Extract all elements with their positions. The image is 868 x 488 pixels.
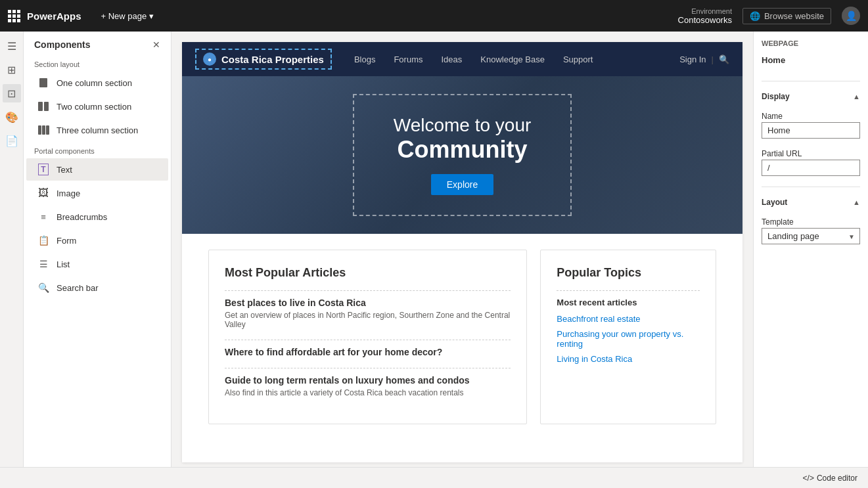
- topics-subtitle: Most recent articles: [557, 298, 700, 307]
- hero-section: Welcome to your Community Explore: [182, 76, 742, 234]
- sidebar-item-one-column[interactable]: One column section: [26, 72, 168, 94]
- new-page-button[interactable]: + New page ▾: [101, 11, 154, 21]
- article-title-0: Best places to live in Costa Rica: [225, 298, 511, 308]
- article-item-0: Best places to live in Costa Rica Get an…: [225, 298, 511, 329]
- display-label: Display: [762, 92, 790, 101]
- sidebar-item-label: Text: [57, 165, 72, 175]
- topics-card-title: Popular Topics: [557, 266, 700, 280]
- site-logo: ● Costa Rica Properties: [195, 49, 332, 70]
- sidebar-item-three-column[interactable]: Three column section: [26, 119, 168, 141]
- layout-section-header: Layout ▲: [762, 198, 860, 207]
- hero-content: Welcome to your Community Explore: [353, 94, 572, 216]
- template-label: Template: [762, 217, 860, 227]
- close-icon[interactable]: ✕: [152, 39, 160, 50]
- name-field-group: Name: [762, 106, 860, 139]
- articles-card-title: Most Popular Articles: [225, 266, 511, 280]
- form-icon: 📋: [37, 234, 50, 247]
- nav-signin: Sign In | 🔍: [679, 55, 729, 64]
- webpage-label: Webpage: [762, 39, 860, 47]
- webpage-frame: ● Costa Rica Properties Blogs Forums Ide…: [182, 42, 742, 462]
- layout-label: Layout: [762, 198, 787, 207]
- sidebar-item-label: List: [57, 259, 70, 269]
- sidebar: Components ✕ Section layout One column s…: [24, 32, 171, 467]
- article-item-2: Guide to long term rentals on luxury hom…: [225, 375, 511, 397]
- name-field-label: Name: [762, 112, 860, 121]
- template-field-group: Template Landing page ▼: [762, 212, 860, 244]
- nav-item-support[interactable]: Support: [554, 42, 603, 76]
- topic-link-2[interactable]: Living in Costa Rica: [557, 354, 700, 364]
- sidebar-item-label: Form: [57, 236, 76, 246]
- sidebar-item-label: Breadcrumbs: [57, 212, 107, 222]
- list-icon: ☰: [37, 257, 50, 271]
- article-title-1: Where to find affordable art for your ho…: [225, 347, 511, 357]
- waffle-icon[interactable]: [8, 10, 20, 22]
- avatar[interactable]: 👤: [842, 7, 860, 25]
- components-icon[interactable]: ⊡: [3, 84, 21, 102]
- hamburger-icon[interactable]: ☰: [3, 37, 21, 55]
- code-editor-button[interactable]: </> Code editor: [803, 474, 857, 483]
- nav-item-blogs[interactable]: Blogs: [345, 42, 385, 76]
- topic-link-1[interactable]: Purchasing your own property vs. renting: [557, 329, 700, 349]
- template-select-container: Landing page ▼: [762, 228, 860, 244]
- partial-url-field-group: Partial URL: [762, 144, 860, 176]
- articles-card: Most Popular Articles Best places to liv…: [208, 250, 527, 424]
- sidebar-header: Components ✕: [24, 32, 171, 55]
- display-chevron-icon[interactable]: ▲: [853, 93, 860, 100]
- left-icon-rail: ☰ ⊞ ⊡ 🎨 📄: [0, 32, 24, 467]
- explore-button[interactable]: Explore: [431, 174, 493, 195]
- hero-title-line2: Community: [394, 136, 532, 164]
- article-desc-2: Also find in this article a variety of C…: [225, 388, 511, 397]
- sidebar-item-text[interactable]: T Text: [26, 158, 168, 181]
- layout-chevron-icon[interactable]: ▲: [853, 198, 860, 206]
- one-column-icon: [37, 76, 50, 89]
- hero-title-line1: Welcome to your: [394, 115, 532, 136]
- name-input[interactable]: [762, 122, 860, 139]
- code-icon: </>: [803, 474, 814, 483]
- content-section: Most Popular Articles Best places to liv…: [182, 234, 742, 440]
- breadcrumbs-icon: ≡: [37, 210, 50, 223]
- sidebar-item-label: Search bar: [57, 283, 99, 293]
- display-section-header: Display ▲: [762, 92, 860, 101]
- right-panel: Webpage Home Display ▲ Name Partial URL …: [753, 32, 868, 467]
- article-desc-0: Get an overview of places in North Pacif…: [225, 311, 511, 329]
- search-icon[interactable]: 🔍: [719, 55, 729, 64]
- nav-item-ideas[interactable]: Ideas: [432, 42, 471, 76]
- template-select[interactable]: Landing page: [762, 228, 860, 244]
- sidebar-item-label: One column section: [57, 78, 132, 88]
- themes-icon[interactable]: 🎨: [3, 108, 21, 126]
- globe-icon: 🌐: [750, 11, 760, 21]
- sidebar-item-two-column[interactable]: Two column section: [26, 95, 168, 118]
- sidebar-item-label: Three column section: [57, 125, 138, 135]
- section-layout-label: Section layout: [24, 55, 171, 71]
- main-layout: ☰ ⊞ ⊡ 🎨 📄 Components ✕ Section layout On…: [0, 32, 868, 467]
- sidebar-item-image[interactable]: 🖼 Image: [26, 182, 168, 204]
- top-bar: PowerApps + New page ▾ Environment Conto…: [0, 0, 868, 32]
- pages-icon[interactable]: ⊞: [3, 60, 21, 79]
- environment-info: Environment Contosoworks: [678, 7, 732, 25]
- browse-website-button[interactable]: 🌐 Browse website: [742, 8, 831, 24]
- sidebar-item-label: Two column section: [57, 102, 131, 112]
- app-name: PowerApps: [27, 11, 81, 22]
- partial-url-input[interactable]: [762, 160, 860, 176]
- topics-card: Popular Topics Most recent articles Beac…: [540, 250, 716, 424]
- top-bar-left: PowerApps + New page ▾: [8, 10, 154, 22]
- sidebar-item-form[interactable]: 📋 Form: [26, 229, 168, 252]
- canvas-area: ● Costa Rica Properties Blogs Forums Ide…: [171, 32, 753, 467]
- article-title-2: Guide to long term rentals on luxury hom…: [225, 375, 511, 386]
- sidebar-item-breadcrumbs[interactable]: ≡ Breadcrumbs: [26, 206, 168, 228]
- portal-components-label: Portal components: [24, 142, 171, 158]
- page-title: Home: [762, 55, 860, 65]
- article-item-1: Where to find affordable art for your ho…: [225, 347, 511, 357]
- top-bar-right: Environment Contosoworks 🌐 Browse websit…: [678, 7, 860, 25]
- topic-link-0[interactable]: Beachfront real estate: [557, 314, 700, 324]
- partial-url-label: Partial URL: [762, 149, 860, 158]
- sidebar-item-label: Image: [57, 189, 80, 198]
- sidebar-item-searchbar[interactable]: 🔍 Search bar: [26, 277, 168, 299]
- nav-item-knowledge-base[interactable]: Knowledge Base: [471, 42, 554, 76]
- text-icon: T: [37, 163, 50, 176]
- three-column-icon: [37, 123, 50, 137]
- search-icon: 🔍: [37, 281, 50, 294]
- nav-item-forums[interactable]: Forums: [384, 42, 432, 76]
- data-icon[interactable]: 📄: [3, 131, 21, 150]
- sidebar-item-list[interactable]: ☰ List: [26, 253, 168, 275]
